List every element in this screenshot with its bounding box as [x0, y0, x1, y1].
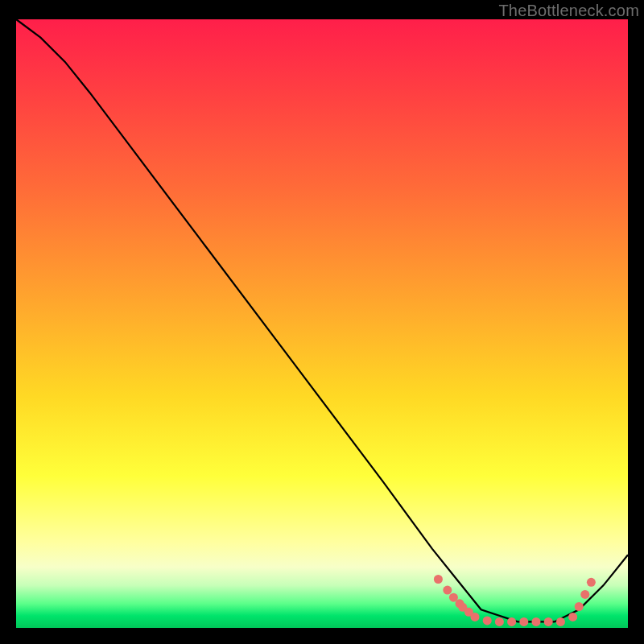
chart-container: TheBottleneck.com — [0, 0, 644, 644]
highlight-dot — [483, 616, 492, 625]
highlight-dot — [544, 617, 553, 626]
highlight-dot — [443, 586, 452, 595]
watermark-text: TheBottleneck.com — [498, 2, 639, 20]
curve-svg — [16, 19, 628, 628]
highlight-dot — [568, 613, 577, 621]
highlight-dot — [575, 602, 584, 611]
highlight-dot — [556, 617, 565, 626]
plot-area — [16, 19, 628, 628]
bottleneck-curve — [16, 19, 628, 621]
highlight-dot — [519, 617, 528, 626]
highlight-dots — [434, 575, 596, 626]
highlight-dot — [434, 575, 443, 584]
highlight-dot — [471, 613, 480, 621]
highlight-dot — [495, 617, 504, 626]
highlight-dot — [587, 578, 596, 587]
highlight-dot — [580, 590, 589, 599]
highlight-dot — [532, 617, 541, 626]
highlight-dot — [507, 617, 516, 626]
